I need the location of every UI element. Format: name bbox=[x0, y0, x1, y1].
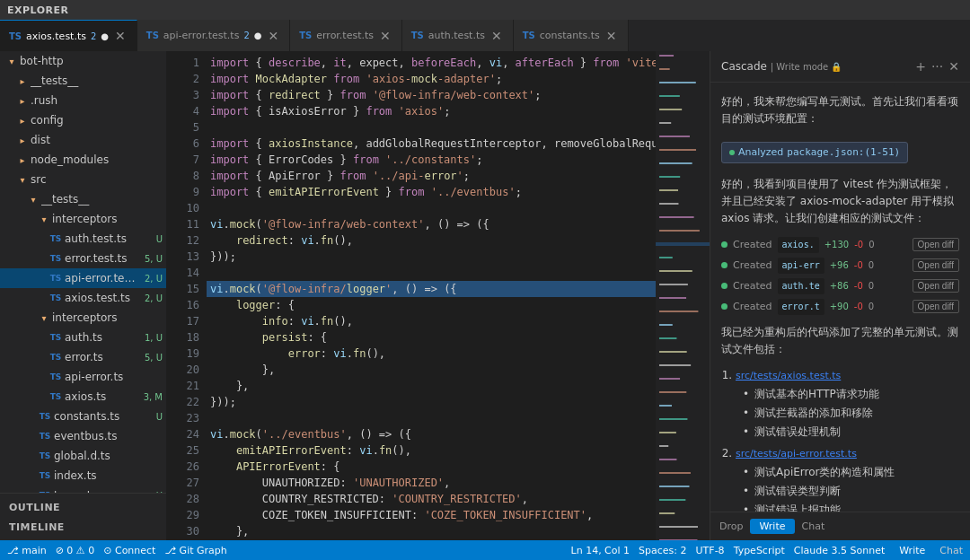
tree-item-interceptors-folder[interactable]: ▾interceptors bbox=[0, 209, 166, 229]
editor-area: 1234567891011121314151617181920212223242… bbox=[166, 51, 710, 540]
tree-item-src[interactable]: ▾src bbox=[0, 170, 166, 189]
chevron-interceptors-folder: ▾ bbox=[39, 214, 49, 224]
write-button[interactable]: Write bbox=[750, 519, 794, 534]
tab-auth-test[interactable]: TSauth.test.ts✕ bbox=[402, 20, 514, 51]
tree-item-error-ts[interactable]: TSerror.ts5, U bbox=[0, 347, 166, 367]
status-spaces: Spaces: 2 bbox=[639, 545, 686, 556]
code-line-23 bbox=[207, 410, 656, 426]
created-row-1: Createdapi-err+96-00Open diff bbox=[721, 258, 959, 274]
label-bot-http: bot-http bbox=[20, 55, 166, 67]
code-line-21: }, bbox=[207, 378, 656, 394]
code-line-1: import { describe, it, expect, beforeEac… bbox=[207, 55, 656, 71]
open-diff-btn-0[interactable]: Open diff bbox=[913, 238, 959, 251]
code-line-27: UNAUTHORIZED: 'UNAUTHORIZED', bbox=[207, 475, 656, 491]
file-link-1[interactable]: src/tests/api-error.test.ts bbox=[736, 448, 857, 459]
tree-item-auth-test-ts[interactable]: TSauth.test.tsU bbox=[0, 229, 166, 249]
cascade-panel: Cascade | Write mode 🔒 + ··· ✕ 好的，我来帮您编写… bbox=[710, 51, 970, 540]
cascade-close-icon[interactable]: ✕ bbox=[948, 59, 959, 74]
status-language: TypeScript bbox=[734, 545, 785, 556]
status-encoding: UTF-8 bbox=[696, 545, 725, 556]
tree-item-global-d-ts[interactable]: TSglobal.d.ts bbox=[0, 446, 166, 466]
tree-item-rush[interactable]: ▸.rush bbox=[0, 91, 166, 110]
cascade-title: Cascade bbox=[721, 60, 767, 73]
status-write[interactable]: Write bbox=[894, 544, 930, 557]
tree-item-interceptors-src[interactable]: ▾interceptors bbox=[0, 308, 166, 328]
tree-item-auth-ts[interactable]: TSauth.ts1, U bbox=[0, 328, 166, 347]
tree-item-config[interactable]: ▸config bbox=[0, 110, 166, 130]
tree-item-api-error-ts[interactable]: TSapi-error.ts bbox=[0, 367, 166, 387]
tab-axios-test[interactable]: TSaxios.test.ts2●✕ bbox=[0, 20, 137, 51]
label-api-error-test-ts: api-error.test.ts bbox=[65, 272, 138, 284]
tree-item-api-error-test-ts[interactable]: TSapi-error.test.ts2, U bbox=[0, 268, 166, 288]
label-index-ts: index.ts bbox=[54, 469, 166, 482]
tree-item-__tests__[interactable]: ▸__tests__ bbox=[0, 71, 166, 91]
code-line-2: import MockAdapter from 'axios-mock-adap… bbox=[207, 71, 656, 87]
code-line-18: persist: { bbox=[207, 329, 656, 346]
cascade-plus-icon[interactable]: + bbox=[915, 59, 926, 74]
icon-auth-test-ts: TS bbox=[49, 234, 62, 243]
label-dist: dist bbox=[31, 134, 166, 146]
code-line-17: info: vi.fn(), bbox=[207, 313, 656, 329]
badge-api-error-test-ts: 2, U bbox=[141, 274, 166, 284]
tree-item-src-tests[interactable]: ▾__tests__ bbox=[0, 189, 166, 209]
code-line-10 bbox=[207, 200, 656, 216]
outline-section[interactable]: Outline bbox=[0, 497, 166, 517]
created-dot-3 bbox=[721, 303, 728, 310]
tree-item-constants-ts[interactable]: TSconstants.tsU bbox=[0, 407, 166, 426]
icon-constants-ts: TS bbox=[39, 412, 51, 421]
created-dot-0 bbox=[721, 241, 728, 248]
chevron-rush: ▸ bbox=[17, 96, 28, 106]
code-line-9: import { emitAPIErrorEvent } from '../ev… bbox=[207, 184, 656, 200]
code-line-29: COZE_TOKEN_INSUFFICIENT: 'COZE_TOKEN_INS… bbox=[207, 507, 656, 523]
chevron-config: ▸ bbox=[17, 116, 28, 126]
created-dot-1 bbox=[721, 262, 728, 268]
tab-error-test[interactable]: TSerror.test.ts✕ bbox=[290, 20, 402, 51]
tree-item-eventbus-ts[interactable]: TSeventbus.ts bbox=[0, 426, 166, 446]
cascade-file-1: src/tests/api-error.test.ts•测试ApiError类的… bbox=[736, 445, 959, 512]
tab-api-error-test[interactable]: TSapi-error.test.ts2●✕ bbox=[137, 20, 290, 51]
label-auth-test-ts: auth.test.ts bbox=[65, 232, 150, 245]
tree-item-bot-http[interactable]: ▾bot-http bbox=[0, 51, 166, 71]
badge-auth-test-ts: U bbox=[153, 234, 166, 244]
label-rush: .rush bbox=[31, 94, 166, 107]
code-line-13: })); bbox=[207, 249, 656, 265]
label-node_modules: node_modules bbox=[31, 153, 166, 166]
code-line-16: logger: { bbox=[207, 297, 656, 313]
icon-index-ts: TS bbox=[39, 471, 51, 480]
tree-item-error-test-ts[interactable]: TSerror.test.ts5, U bbox=[0, 249, 166, 268]
label-global-d-ts: global.d.ts bbox=[54, 450, 166, 462]
tree-item-types-ts[interactable]: TStypes.tsU bbox=[0, 486, 166, 493]
status-chat[interactable]: Chat bbox=[939, 545, 963, 556]
bullet-1-0: •测试ApiError类的构造和属性 bbox=[743, 464, 959, 481]
code-line-4: import { isAxiosError } from 'axios'; bbox=[207, 103, 656, 119]
cascade-files-list: src/tests/axios.test.ts•测试基本的HTTP请求功能•测试… bbox=[721, 367, 959, 512]
open-diff-btn-3[interactable]: Open diff bbox=[913, 300, 959, 313]
code-line-5 bbox=[207, 119, 656, 136]
tree-item-node_modules[interactable]: ▸node_modules bbox=[0, 150, 166, 170]
tree-item-dist[interactable]: ▸dist bbox=[0, 130, 166, 150]
code-line-7: import { ErrorCodes } from '../constants… bbox=[207, 152, 656, 168]
open-diff-btn-2[interactable]: Open diff bbox=[913, 279, 959, 293]
cascade-menu-icon[interactable]: ··· bbox=[931, 59, 943, 74]
chat-button[interactable]: Chat bbox=[802, 521, 825, 532]
code-line-14 bbox=[207, 265, 656, 281]
bullet-1-2: •测试错误上报功能 bbox=[743, 502, 959, 512]
code-line-3: import { redirect } from '@flow-infra/we… bbox=[207, 87, 656, 103]
icon-auth-ts: TS bbox=[49, 333, 62, 342]
badge-constants-ts: U bbox=[153, 412, 166, 422]
tree-item-axios-ts[interactable]: TSaxios.ts3, M bbox=[0, 387, 166, 407]
created-row-3: Createderror.t+90-00Open diff bbox=[721, 299, 959, 315]
timeline-section[interactable]: Timeline bbox=[0, 517, 166, 537]
tab-constants[interactable]: TSconstants.ts✕ bbox=[514, 20, 629, 51]
status-branch[interactable]: ⎇ main bbox=[7, 545, 47, 556]
tree-item-index-ts[interactable]: TSindex.ts bbox=[0, 466, 166, 486]
code-line-19: error: vi.fn(), bbox=[207, 346, 656, 362]
open-diff-btn-1[interactable]: Open diff bbox=[913, 258, 959, 272]
code-line-28: COUNTRY_RESTRICTED: 'COUNTRY_RESTRICTED'… bbox=[207, 491, 656, 507]
file-link-0[interactable]: src/tests/axios.test.ts bbox=[736, 370, 841, 381]
bullet-0-2: •测试错误处理机制 bbox=[743, 424, 959, 441]
tree-item-axios-test-ts[interactable]: TSaxios.test.ts2, U bbox=[0, 288, 166, 308]
label-eventbus-ts: eventbus.ts bbox=[54, 430, 166, 442]
badge-error-ts: 5, U bbox=[141, 353, 166, 363]
bullet-1-1: •测试错误类型判断 bbox=[743, 483, 959, 500]
